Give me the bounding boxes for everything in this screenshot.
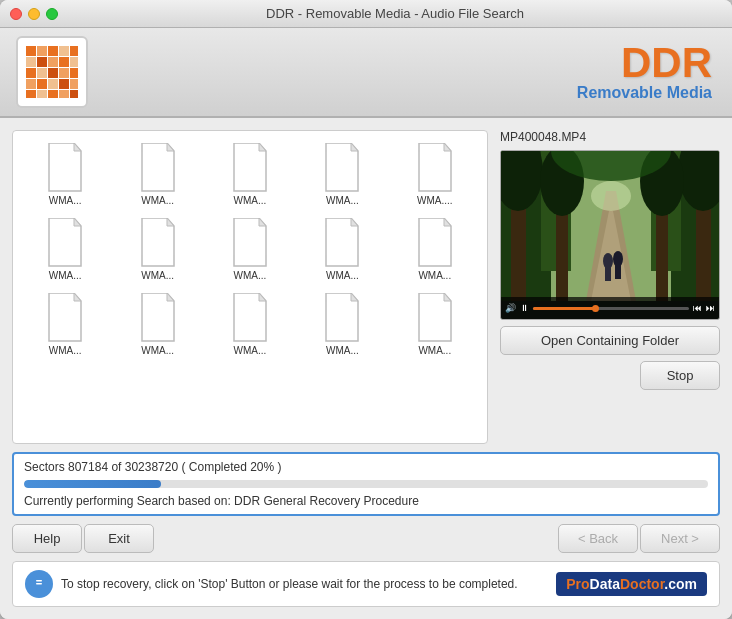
preview-filename: MP400048.MP4 (500, 130, 720, 144)
svg-marker-49 (167, 293, 174, 301)
file-label: WMA... (141, 345, 174, 356)
traffic-lights (10, 8, 58, 20)
progress-bar-container (24, 480, 708, 488)
file-item[interactable]: WMA... (113, 139, 201, 210)
file-item[interactable]: WMA... (21, 139, 109, 210)
svg-rect-23 (48, 90, 58, 98)
file-label: WMA... (141, 270, 174, 281)
file-label: WMA... (326, 270, 359, 281)
main-window: DDR - Removable Media - Audio File Searc… (0, 0, 732, 619)
brand-ddr-text: DDR (577, 42, 712, 84)
file-label: WMA... (418, 345, 451, 356)
brand-sub-text: Removable Media (577, 84, 712, 102)
svg-rect-75 (615, 264, 621, 279)
file-item[interactable]: WMA... (113, 214, 201, 285)
next-button[interactable]: Next > (640, 524, 720, 553)
file-label: WMA... (326, 345, 359, 356)
info-icon (25, 570, 53, 598)
svg-marker-31 (259, 143, 266, 151)
status-line2: Currently performing Search based on: DD… (24, 494, 708, 508)
logo-icon (24, 44, 80, 100)
file-item[interactable]: WMA... (113, 289, 201, 360)
file-icon (137, 218, 179, 268)
svg-rect-24 (59, 90, 69, 98)
svg-rect-80 (36, 583, 42, 585)
right-buttons: < Back Next > (558, 524, 720, 553)
maximize-button[interactable] (46, 8, 58, 20)
svg-marker-43 (351, 218, 358, 226)
prodatadoctor-badge: ProDataDoctor.com (556, 572, 707, 596)
help-button[interactable]: Help (12, 524, 82, 553)
file-item[interactable]: WMA... (21, 214, 109, 285)
preview-video: 🔊 ⏸ ⏮ ⏭ (500, 150, 720, 320)
svg-marker-53 (351, 293, 358, 301)
chat-bubble-icon (29, 574, 49, 594)
file-icon (229, 143, 271, 193)
file-icon (229, 218, 271, 268)
svg-rect-3 (48, 46, 58, 56)
title-bar: DDR - Removable Media - Audio File Searc… (0, 0, 732, 28)
svg-marker-47 (74, 293, 81, 301)
file-item[interactable]: WMA.... (391, 139, 479, 210)
svg-marker-35 (444, 143, 451, 151)
svg-rect-14 (59, 68, 69, 78)
next-frame-icon[interactable]: ⏭ (706, 303, 715, 313)
svg-marker-37 (74, 218, 81, 226)
svg-rect-9 (59, 57, 69, 67)
file-item[interactable]: WMA... (298, 139, 386, 210)
file-item[interactable]: WMA... (21, 289, 109, 360)
pdd-brand-text: ProDataDoctor.com (566, 576, 697, 592)
file-item[interactable]: WMA... (298, 289, 386, 360)
file-icon (44, 293, 86, 343)
file-label: WMA.... (417, 195, 453, 206)
svg-rect-19 (59, 79, 69, 89)
video-thumbnail (501, 151, 719, 301)
svg-marker-29 (167, 143, 174, 151)
file-item[interactable]: WMA... (206, 289, 294, 360)
exit-button[interactable]: Exit (84, 524, 154, 553)
svg-marker-41 (259, 218, 266, 226)
forest-scene-svg (501, 151, 719, 301)
left-buttons: Help Exit (12, 524, 154, 553)
svg-rect-5 (70, 46, 78, 56)
file-label: WMA... (49, 195, 82, 206)
svg-rect-2 (37, 46, 47, 56)
svg-rect-8 (48, 57, 58, 67)
svg-rect-12 (37, 68, 47, 78)
back-button[interactable]: < Back (558, 524, 638, 553)
window-title: DDR - Removable Media - Audio File Searc… (68, 6, 722, 21)
bottom-section: Sectors 807184 of 30238720 ( Completed 2… (12, 452, 720, 607)
prev-frame-icon[interactable]: ⏮ (693, 303, 702, 313)
status-line1: Sectors 807184 of 30238720 ( Completed 2… (24, 460, 708, 474)
svg-rect-13 (48, 68, 58, 78)
play-pause-icon[interactable]: ⏸ (520, 303, 529, 313)
stop-button[interactable]: Stop (640, 361, 720, 390)
minimize-button[interactable] (28, 8, 40, 20)
volume-icon[interactable]: 🔊 (505, 303, 516, 313)
svg-rect-73 (605, 266, 611, 281)
svg-marker-39 (167, 218, 174, 226)
progress-track[interactable] (533, 307, 689, 310)
file-icon (414, 143, 456, 193)
close-button[interactable] (10, 8, 22, 20)
svg-rect-17 (37, 79, 47, 89)
progress-bar-fill (24, 480, 161, 488)
progress-dot (592, 305, 599, 312)
svg-rect-1 (26, 46, 36, 56)
file-icon (44, 143, 86, 193)
app-logo (16, 36, 88, 108)
info-bar: To stop recovery, click on 'Stop' Button… (12, 561, 720, 607)
svg-rect-20 (70, 79, 78, 89)
svg-marker-55 (444, 293, 451, 301)
svg-rect-22 (37, 90, 47, 98)
file-label: WMA... (49, 270, 82, 281)
file-item[interactable]: WMA... (391, 289, 479, 360)
open-folder-button[interactable]: Open Containing Folder (500, 326, 720, 355)
file-item[interactable]: WMA... (298, 214, 386, 285)
svg-rect-11 (26, 68, 36, 78)
file-label: WMA... (326, 195, 359, 206)
file-item[interactable]: WMA... (206, 139, 294, 210)
file-item[interactable]: WMA... (391, 214, 479, 285)
file-item[interactable]: WMA... (206, 214, 294, 285)
svg-rect-6 (26, 57, 36, 67)
